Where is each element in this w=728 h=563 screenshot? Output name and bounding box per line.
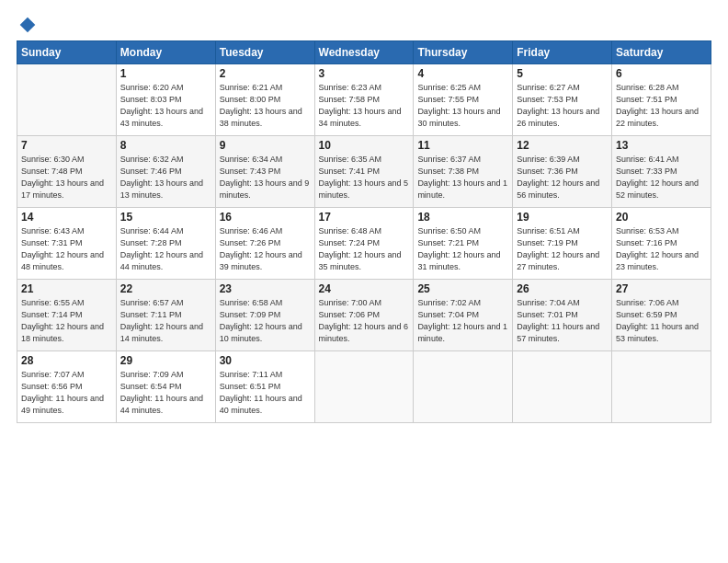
week-row-5: 28Sunrise: 7:07 AM Sunset: 6:56 PM Dayli…	[17, 350, 711, 422]
day-number: 7	[21, 139, 112, 152]
day-number: 8	[120, 139, 211, 152]
calendar-cell: 8Sunrise: 6:32 AM Sunset: 7:46 PM Daylig…	[116, 135, 215, 207]
calendar-cell	[314, 350, 414, 422]
week-row-1: 1Sunrise: 6:20 AM Sunset: 8:03 PM Daylig…	[17, 63, 711, 135]
calendar-cell: 2Sunrise: 6:21 AM Sunset: 8:00 PM Daylig…	[215, 63, 314, 135]
day-number: 17	[319, 211, 410, 224]
calendar-cell: 16Sunrise: 6:46 AM Sunset: 7:26 PM Dayli…	[215, 207, 314, 279]
day-info: Sunrise: 7:07 AM Sunset: 6:56 PM Dayligh…	[21, 369, 112, 417]
day-number: 19	[517, 211, 608, 224]
weekday-header-thursday: Thursday	[414, 40, 513, 63]
day-number: 10	[319, 139, 410, 152]
day-number: 12	[517, 139, 608, 152]
day-number: 6	[616, 67, 707, 80]
calendar: SundayMondayTuesdayWednesdayThursdayFrid…	[17, 40, 711, 423]
day-number: 28	[21, 354, 112, 367]
logo	[17, 17, 37, 31]
day-number: 5	[517, 67, 608, 80]
calendar-cell: 14Sunrise: 6:43 AM Sunset: 7:31 PM Dayli…	[17, 207, 117, 279]
day-info: Sunrise: 7:11 AM Sunset: 6:51 PM Dayligh…	[220, 369, 311, 417]
day-info: Sunrise: 6:50 AM Sunset: 7:21 PM Dayligh…	[417, 225, 508, 273]
day-number: 3	[319, 67, 410, 80]
day-info: Sunrise: 6:46 AM Sunset: 7:26 PM Dayligh…	[220, 225, 311, 273]
calendar-cell	[17, 63, 117, 135]
day-number: 1	[120, 67, 211, 80]
day-info: Sunrise: 6:44 AM Sunset: 7:28 PM Dayligh…	[120, 225, 211, 273]
day-number: 15	[120, 211, 211, 224]
day-info: Sunrise: 6:20 AM Sunset: 8:03 PM Dayligh…	[120, 82, 211, 130]
calendar-cell: 23Sunrise: 6:58 AM Sunset: 7:09 PM Dayli…	[215, 279, 314, 350]
calendar-cell: 3Sunrise: 6:23 AM Sunset: 7:58 PM Daylig…	[314, 63, 414, 135]
week-row-2: 7Sunrise: 6:30 AM Sunset: 7:48 PM Daylig…	[17, 135, 711, 207]
day-info: Sunrise: 6:28 AM Sunset: 7:51 PM Dayligh…	[616, 82, 707, 130]
day-info: Sunrise: 6:43 AM Sunset: 7:31 PM Dayligh…	[21, 225, 112, 273]
day-info: Sunrise: 6:48 AM Sunset: 7:24 PM Dayligh…	[319, 225, 410, 273]
weekday-header-friday: Friday	[513, 40, 612, 63]
calendar-cell: 6Sunrise: 6:28 AM Sunset: 7:51 PM Daylig…	[612, 63, 711, 135]
weekday-header-saturday: Saturday	[612, 40, 711, 63]
header	[17, 17, 711, 31]
day-number: 29	[120, 354, 211, 367]
day-info: Sunrise: 6:34 AM Sunset: 7:43 PM Dayligh…	[220, 154, 311, 201]
day-number: 2	[220, 67, 311, 80]
day-info: Sunrise: 6:41 AM Sunset: 7:33 PM Dayligh…	[616, 154, 707, 201]
calendar-cell: 15Sunrise: 6:44 AM Sunset: 7:28 PM Dayli…	[116, 207, 215, 279]
day-info: Sunrise: 6:55 AM Sunset: 7:14 PM Dayligh…	[21, 297, 112, 345]
calendar-cell: 9Sunrise: 6:34 AM Sunset: 7:43 PM Daylig…	[215, 135, 314, 207]
day-info: Sunrise: 7:04 AM Sunset: 7:01 PM Dayligh…	[517, 297, 608, 345]
day-info: Sunrise: 6:35 AM Sunset: 7:41 PM Dayligh…	[319, 154, 410, 201]
day-number: 22	[120, 282, 211, 295]
week-row-4: 21Sunrise: 6:55 AM Sunset: 7:14 PM Dayli…	[17, 279, 711, 350]
calendar-cell: 17Sunrise: 6:48 AM Sunset: 7:24 PM Dayli…	[314, 207, 414, 279]
day-info: Sunrise: 7:09 AM Sunset: 6:54 PM Dayligh…	[120, 369, 211, 417]
logo-text	[17, 17, 37, 31]
calendar-cell: 12Sunrise: 6:39 AM Sunset: 7:36 PM Dayli…	[513, 135, 612, 207]
calendar-cell: 10Sunrise: 6:35 AM Sunset: 7:41 PM Dayli…	[314, 135, 414, 207]
day-number: 18	[417, 211, 508, 224]
calendar-cell: 21Sunrise: 6:55 AM Sunset: 7:14 PM Dayli…	[17, 279, 117, 350]
day-info: Sunrise: 6:58 AM Sunset: 7:09 PM Dayligh…	[220, 297, 311, 345]
day-number: 25	[417, 282, 508, 295]
day-info: Sunrise: 6:51 AM Sunset: 7:19 PM Dayligh…	[517, 225, 608, 273]
weekday-header-monday: Monday	[116, 40, 215, 63]
calendar-cell: 24Sunrise: 7:00 AM Sunset: 7:06 PM Dayli…	[314, 279, 414, 350]
day-number: 30	[220, 354, 311, 367]
calendar-cell: 30Sunrise: 7:11 AM Sunset: 6:51 PM Dayli…	[215, 350, 314, 422]
day-info: Sunrise: 6:27 AM Sunset: 7:53 PM Dayligh…	[517, 82, 608, 130]
day-info: Sunrise: 6:53 AM Sunset: 7:16 PM Dayligh…	[616, 225, 707, 273]
day-number: 26	[517, 282, 608, 295]
calendar-cell: 1Sunrise: 6:20 AM Sunset: 8:03 PM Daylig…	[116, 63, 215, 135]
week-row-3: 14Sunrise: 6:43 AM Sunset: 7:31 PM Dayli…	[17, 207, 711, 279]
day-number: 16	[220, 211, 311, 224]
day-number: 14	[21, 211, 112, 224]
calendar-cell: 11Sunrise: 6:37 AM Sunset: 7:38 PM Dayli…	[414, 135, 513, 207]
day-info: Sunrise: 6:39 AM Sunset: 7:36 PM Dayligh…	[517, 154, 608, 201]
day-number: 20	[616, 211, 707, 224]
calendar-cell: 29Sunrise: 7:09 AM Sunset: 6:54 PM Dayli…	[116, 350, 215, 422]
day-info: Sunrise: 6:37 AM Sunset: 7:38 PM Dayligh…	[417, 154, 508, 201]
day-number: 27	[616, 282, 707, 295]
weekday-header-tuesday: Tuesday	[215, 40, 314, 63]
calendar-cell: 20Sunrise: 6:53 AM Sunset: 7:16 PM Dayli…	[612, 207, 711, 279]
day-number: 11	[417, 139, 508, 152]
day-info: Sunrise: 6:23 AM Sunset: 7:58 PM Dayligh…	[319, 82, 410, 130]
weekday-header-sunday: Sunday	[17, 40, 117, 63]
day-info: Sunrise: 7:06 AM Sunset: 6:59 PM Dayligh…	[616, 297, 707, 345]
calendar-cell: 13Sunrise: 6:41 AM Sunset: 7:33 PM Dayli…	[612, 135, 711, 207]
day-info: Sunrise: 6:57 AM Sunset: 7:11 PM Dayligh…	[120, 297, 211, 345]
logo-general	[17, 17, 37, 35]
weekday-header-wednesday: Wednesday	[314, 40, 414, 63]
day-number: 24	[319, 282, 410, 295]
calendar-cell: 19Sunrise: 6:51 AM Sunset: 7:19 PM Dayli…	[513, 207, 612, 279]
calendar-cell: 7Sunrise: 6:30 AM Sunset: 7:48 PM Daylig…	[17, 135, 117, 207]
calendar-cell: 28Sunrise: 7:07 AM Sunset: 6:56 PM Dayli…	[17, 350, 117, 422]
calendar-cell	[414, 350, 513, 422]
calendar-cell: 18Sunrise: 6:50 AM Sunset: 7:21 PM Dayli…	[414, 207, 513, 279]
calendar-cell: 26Sunrise: 7:04 AM Sunset: 7:01 PM Dayli…	[513, 279, 612, 350]
day-number: 9	[220, 139, 311, 152]
day-info: Sunrise: 6:21 AM Sunset: 8:00 PM Dayligh…	[220, 82, 311, 130]
calendar-cell: 5Sunrise: 6:27 AM Sunset: 7:53 PM Daylig…	[513, 63, 612, 135]
svg-marker-0	[20, 17, 36, 32]
day-info: Sunrise: 6:25 AM Sunset: 7:55 PM Dayligh…	[417, 82, 508, 130]
calendar-cell: 22Sunrise: 6:57 AM Sunset: 7:11 PM Dayli…	[116, 279, 215, 350]
